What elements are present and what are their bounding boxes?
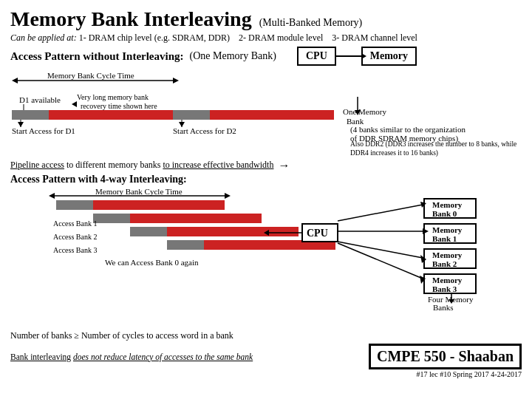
svg-text:Memory: Memory	[432, 250, 463, 259]
svg-rect-31	[93, 200, 225, 210]
cpu-box: CPU	[297, 47, 336, 66]
footer-main: Bank interleaving does not reduce latenc…	[10, 344, 522, 369]
svg-text:Bank 0: Bank 0	[432, 209, 457, 218]
svg-rect-32	[93, 214, 130, 223]
bank-interleaving-text: Bank interleaving does not reduce latenc…	[10, 352, 253, 361]
can-applied-label: Can be applied at:	[10, 33, 77, 43]
svg-marker-1	[12, 78, 18, 83]
svg-text:recovery time shown here: recovery time shown here	[81, 102, 157, 110]
pipeline-row: Pipeline access to different memory bank…	[10, 159, 522, 172]
bottom-section: Number of banks ≥ Number of cycles to ac…	[10, 330, 522, 378]
level3: 3- DRAM channel level	[332, 33, 417, 43]
level1: 1- DRAM chip level (e.g. SDRAM, DDR)	[79, 33, 230, 43]
section1-title: Access Pattern without Interleaving:	[10, 50, 184, 63]
svg-line-59	[338, 242, 423, 258]
svg-rect-35	[130, 227, 167, 236]
svg-text:Memory: Memory	[432, 225, 463, 234]
svg-text:D1 available: D1 available	[19, 95, 61, 104]
svg-rect-7	[49, 110, 173, 120]
cmpe-box: CMPE 550 - Shaaban	[369, 344, 522, 369]
svg-text:Bank 3: Bank 3	[432, 284, 457, 293]
svg-line-49	[338, 205, 423, 221]
svg-text:Memory: Memory	[432, 200, 463, 209]
num-banks-row: Number of banks ≥ Number of cycles to ac…	[10, 330, 522, 341]
svg-rect-11	[173, 110, 210, 120]
svg-text:Start Access for D2: Start Access for D2	[173, 126, 236, 135]
section2-title: Access Pattern with 4-way Interleaving:	[10, 174, 187, 185]
main-title: Memory Bank Interleaving	[10, 7, 252, 31]
svg-text:Banks: Banks	[433, 303, 454, 312]
svg-text:Access Bank 1: Access Bank 1	[53, 219, 97, 228]
section1-sub: (One Memory Bank)	[190, 50, 276, 62]
svg-text:Very long memory bank: Very long memory bank	[77, 93, 149, 101]
title-row: Memory Bank Interleaving (Multi-Banked M…	[10, 7, 522, 31]
diagram1: Memory Bank Cycle Time D1 available Star…	[10, 67, 522, 147]
page: Memory Bank Interleaving (Multi-Banked M…	[0, 0, 532, 399]
diagram2: Memory Bank Cycle Time Access Bank 0 Acc…	[10, 185, 522, 322]
svg-rect-12	[210, 110, 334, 120]
svg-rect-33	[130, 214, 262, 223]
svg-text:Access Bank 3: Access Bank 3	[53, 246, 97, 254]
can-applied-row: Can be applied at: 1- DRAM chip level (e…	[10, 33, 522, 44]
svg-line-64	[338, 243, 423, 279]
footer-info: #17 lec #10 Spring 2017 4-24-2017	[10, 370, 522, 378]
section2-header: Access Pattern with 4-way Interleaving:	[10, 174, 522, 185]
svg-text:We can Access Bank 0 again: We can Access Bank 0 again	[105, 258, 199, 267]
svg-marker-27	[225, 193, 231, 199]
section1-header: Access Pattern without Interleaving: (On…	[10, 47, 522, 66]
memory-box: Memory	[361, 47, 417, 66]
svg-text:Bank 2: Bank 2	[432, 259, 457, 268]
diagram1-svg: Memory Bank Cycle Time D1 available Star…	[10, 67, 522, 147]
svg-marker-2	[173, 78, 179, 83]
diagram2-svg: Memory Bank Cycle Time Access Bank 0 Acc…	[10, 185, 522, 322]
svg-text:Memory Bank Cycle Time: Memory Bank Cycle Time	[47, 71, 134, 80]
svg-text:One Memory: One Memory	[343, 107, 386, 116]
svg-text:Access Bank 2: Access Bank 2	[53, 233, 97, 241]
svg-text:CPU: CPU	[307, 228, 328, 239]
svg-marker-18	[72, 101, 77, 107]
svg-text:of DDR SDRAM memory chips): of DDR SDRAM memory chips)	[350, 134, 458, 143]
subtitle: (Multi-Banked Memory)	[259, 17, 363, 29]
svg-rect-30	[56, 200, 93, 210]
svg-text:Start Access for D1: Start Access for D1	[12, 126, 75, 135]
level2: 2- DRAM module level	[239, 33, 323, 43]
svg-text:Memory: Memory	[432, 276, 463, 284]
num-banks-text: Number of banks ≥ Number of cycles to ac…	[10, 330, 233, 341]
svg-text:Bank 1: Bank 1	[432, 234, 457, 243]
svg-marker-26	[49, 193, 55, 199]
pipeline-text: Pipeline access to different memory bank…	[10, 160, 273, 171]
svg-rect-36	[167, 227, 299, 236]
svg-rect-38	[167, 240, 204, 250]
svg-rect-6	[12, 110, 49, 120]
svg-text:Memory Bank Cycle Time: Memory Bank Cycle Time	[95, 187, 183, 196]
